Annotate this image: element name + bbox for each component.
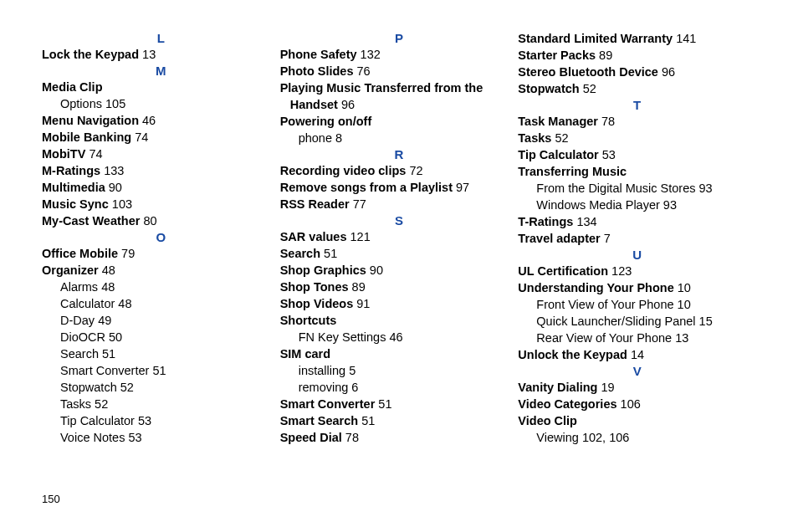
entry-mobile-banking: Mobile Banking 74 [42,129,280,146]
entry-video-cat: Video Categories 106 [518,396,756,412]
entry-mobitv: MobiTV 74 [42,146,280,162]
entry-org-search: Search 51 [42,345,280,362]
entry-media-clip-options: Options 105 [42,95,280,112]
entry-smart-search: Smart Search 51 [280,412,519,429]
entry-unlock-keypad: Unlock the Keypad 14 [518,346,756,363]
entry-photo-slides: Photo Slides 76 [280,63,519,79]
entry-mycast: My-Cast Weather 80 [42,212,280,229]
entry-sim-remove: removing 6 [280,379,519,396]
entry-up-front: Front View of Your Phone 10 [518,296,756,313]
section-head-m: M [42,64,280,78]
entry-mratings: M-Ratings 133 [42,162,280,179]
entry-tratings: T-Ratings 134 [518,213,756,230]
entry-transfer-music: Transferring Music [518,163,756,180]
section-head-o: O [42,230,280,244]
entry-tm-wmp: Windows Media Player 93 [518,197,756,213]
index-columns: L Lock the Keypad 13 M Media Clip Option… [42,30,756,446]
entry-sim-card: SIM card [280,345,519,362]
entry-menu-nav: Menu Navigation 46 [42,112,280,129]
entry-organizer: Organizer 48 [42,262,280,279]
index-col-1: L Lock the Keypad 13 M Media Clip Option… [42,30,280,446]
entry-remove-songs: Remove songs from a Playlist 97 [280,179,519,196]
entry-org-calc: Calculator 48 [42,295,280,312]
entry-smart-conv: Smart Converter 51 [280,396,519,412]
entry-powering: Powering on/off [280,113,519,130]
entry-vc-viewing: Viewing 102, 106 [518,429,756,446]
entry-travel-adapter: Travel adapter 7 [518,230,756,247]
entry-office-mobile: Office Mobile 79 [42,245,280,262]
entry-org-smartconv: Smart Converter 51 [42,362,280,379]
section-head-l: L [42,31,280,45]
entry-tip-calc: Tip Calculator 53 [518,146,756,163]
entry-vanity-dial: Vanity Dialing 19 [518,379,756,396]
index-col-2: P Phone Safety 132 Photo Slides 76 Playi… [280,30,519,446]
entry-org-dioocr: DioOCR 50 [42,329,280,345]
section-head-u: U [518,248,756,262]
entry-org-dday: D-Day 49 [42,312,280,329]
entry-playing-music-2: Handset 96 [280,96,519,113]
entry-stopwatch: Stopwatch 52 [518,80,756,97]
index-col-3: Standard Limited Warranty 141 Starter Pa… [518,30,756,446]
entry-org-alarms: Alarms 48 [42,279,280,295]
entry-rec-video: Recording video clips 72 [280,162,519,179]
entry-org-tipcalc: Tip Calculator 53 [42,412,280,429]
entry-sar-values: SAR values 121 [280,228,519,245]
entry-tasks: Tasks 52 [518,130,756,146]
entry-media-clip: Media Clip [42,79,280,95]
entry-shortcuts: Shortcuts [280,312,519,329]
entry-powering-phone: phone 8 [280,130,519,146]
entry-ul-cert: UL Certification 123 [518,263,756,279]
entry-org-stopwatch: Stopwatch 52 [42,379,280,396]
entry-search: Search 51 [280,245,519,262]
entry-shop-tones: Shop Tones 89 [280,279,519,295]
entry-rss-reader: RSS Reader 77 [280,196,519,212]
entry-shop-videos: Shop Videos 91 [280,295,519,312]
entry-shortcuts-fn: FN Key Settings 46 [280,329,519,345]
entry-warranty: Standard Limited Warranty 141 [518,30,756,47]
entry-und-phone: Understanding Your Phone 10 [518,279,756,296]
entry-phone-safety: Phone Safety 132 [280,46,519,63]
entry-tm-digital: From the Digital Music Stores 93 [518,180,756,197]
section-head-s: S [280,213,519,228]
entry-music-sync: Music Sync 103 [42,196,280,212]
entry-speed-dial: Speed Dial 78 [280,429,519,446]
section-head-r: R [280,147,519,161]
entry-lock-keypad: Lock the Keypad 13 [42,46,280,63]
entry-video-clip: Video Clip [518,412,756,429]
entry-org-voicenotes: Voice Notes 53 [42,429,280,446]
section-head-v: V [518,364,756,378]
section-head-t: T [518,98,756,112]
section-head-p: P [280,31,519,45]
entry-sim-install: installing 5 [280,362,519,379]
entry-starter-packs: Starter Packs 89 [518,47,756,64]
entry-shop-graphics: Shop Graphics 90 [280,262,519,279]
entry-task-mgr: Task Manager 78 [518,113,756,130]
entry-multimedia: Multimedia 90 [42,179,280,196]
entry-up-quick: Quick Launcher/Sliding Panel 15 [518,313,756,330]
entry-org-tasks: Tasks 52 [42,396,280,412]
page-number: 150 [42,493,60,505]
entry-stereo-bt: Stereo Bluetooth Device 96 [518,64,756,80]
entry-playing-music-1: Playing Music Transferred from the [280,79,519,96]
entry-up-rear: Rear View of Your Phone 13 [518,330,756,346]
